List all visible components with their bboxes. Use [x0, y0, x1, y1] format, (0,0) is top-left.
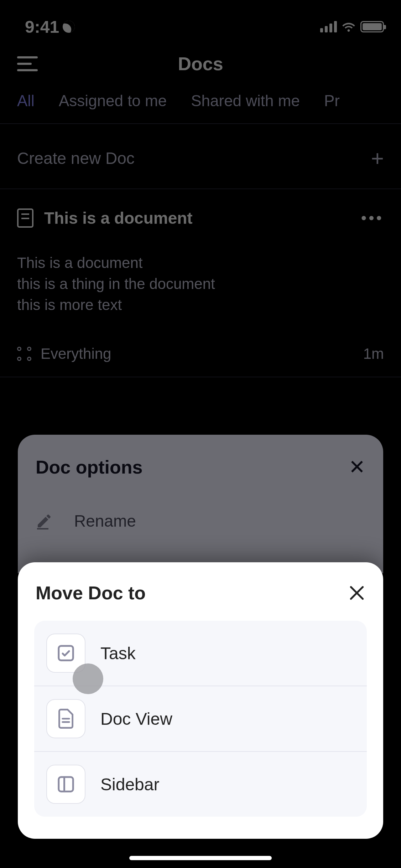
tabs: All Assigned to me Shared with me Pr: [0, 86, 401, 110]
wifi-icon: [342, 22, 355, 32]
moon-icon: [61, 19, 77, 35]
home-indicator[interactable]: [129, 856, 272, 860]
doc-options-title: Doc options: [36, 456, 142, 478]
doc-options-sheet: Doc options ✕ Rename: [18, 435, 383, 573]
menu-button[interactable]: [17, 56, 38, 71]
doc-title: This is a document: [44, 208, 350, 228]
doc-option-rename-label: Rename: [74, 511, 136, 531]
move-doc-title: Move Doc to: [36, 582, 146, 604]
doc-preview: This is a document this is a thing in th…: [17, 253, 384, 315]
svg-rect-4: [59, 777, 73, 792]
create-doc-label: Create new Doc: [17, 149, 135, 168]
create-doc-row[interactable]: Create new Doc +: [0, 123, 401, 188]
move-option-docview-label: Doc View: [100, 709, 172, 729]
doc-options-close-icon[interactable]: ✕: [349, 455, 365, 479]
battery-icon: [360, 21, 384, 32]
cellular-icon: [320, 21, 337, 32]
doc-card[interactable]: This is a document ••• This is a documen…: [0, 188, 401, 377]
tab-shared[interactable]: Shared with me: [191, 92, 300, 110]
move-doc-sheet: Move Doc to Task Doc View Sidebar: [18, 562, 383, 839]
status-time: 9:41: [25, 17, 59, 37]
touch-indicator: [73, 663, 103, 694]
move-option-sidebar-label: Sidebar: [100, 775, 159, 794]
move-option-docview[interactable]: Doc View: [34, 686, 367, 752]
doc-more-button[interactable]: •••: [361, 209, 384, 227]
doc-age: 1m: [363, 345, 384, 362]
move-doc-close-button[interactable]: [348, 584, 365, 601]
plus-icon: +: [371, 145, 384, 171]
move-option-task-label: Task: [100, 644, 136, 663]
header: Docs: [0, 39, 401, 86]
svg-rect-0: [37, 528, 48, 529]
doc-option-rename[interactable]: Rename: [36, 511, 365, 531]
doc-icon: [17, 208, 33, 228]
move-doc-list: Task Doc View Sidebar: [34, 621, 367, 817]
tab-private[interactable]: Pr: [324, 92, 340, 110]
page-title: Docs: [178, 53, 223, 74]
pencil-icon: [36, 512, 53, 529]
tab-assigned[interactable]: Assigned to me: [59, 92, 167, 110]
docview-icon: [46, 699, 85, 738]
tab-all[interactable]: All: [17, 92, 35, 110]
doc-location: Everything: [17, 345, 111, 362]
status-bar: 9:41: [0, 0, 401, 39]
doc-location-label: Everything: [41, 345, 111, 362]
sidebar-icon: [46, 765, 85, 804]
everything-icon: [17, 347, 31, 361]
move-option-sidebar[interactable]: Sidebar: [34, 752, 367, 817]
